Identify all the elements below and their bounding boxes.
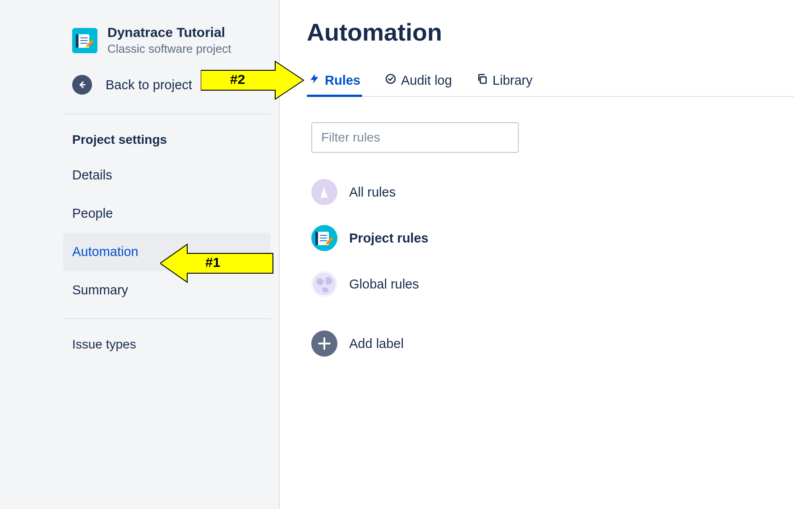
rule-group-list: All rules Project rules	[307, 169, 794, 367]
rule-group-all[interactable]: All rules	[311, 169, 794, 215]
globe-icon	[311, 271, 337, 297]
svg-rect-10	[315, 232, 318, 245]
project-header: Dynatrace Tutorial Classic software proj…	[0, 25, 279, 56]
rule-group-project[interactable]: Project rules	[311, 215, 794, 261]
copy-icon	[476, 73, 488, 88]
svg-rect-8	[480, 77, 486, 83]
tab-library[interactable]: Library	[475, 68, 535, 96]
tab-audit-log-label: Audit log	[401, 73, 452, 88]
add-label-button[interactable]: Add label	[311, 321, 794, 367]
back-to-project-link[interactable]: Back to project	[0, 56, 279, 114]
tab-audit-log[interactable]: Audit log	[383, 68, 454, 96]
sidebar-item-automation[interactable]: Automation	[63, 233, 271, 271]
rule-group-global-label: Global rules	[349, 277, 419, 292]
project-name: Dynatrace Tutorial	[107, 25, 231, 40]
tab-rules-label: Rules	[325, 73, 360, 88]
project-type: Classic software project	[107, 42, 231, 56]
rule-group-all-label: All rules	[349, 185, 396, 200]
project-settings-heading: Project settings	[0, 115, 279, 156]
check-circle-icon	[385, 73, 397, 88]
svg-rect-1	[76, 34, 78, 48]
atlassian-icon	[311, 179, 337, 205]
project-rules-icon	[311, 225, 337, 251]
back-label: Back to project	[106, 78, 192, 92]
tab-bar: Rules Audit log Library	[307, 68, 794, 97]
rule-group-project-label: Project rules	[349, 231, 429, 246]
filter-rules-input[interactable]	[321, 130, 509, 145]
tab-rules[interactable]: Rules	[307, 68, 362, 96]
issue-types-heading[interactable]: Issue types	[0, 319, 279, 361]
sidebar-item-people[interactable]: People	[0, 194, 279, 233]
sidebar-item-summary[interactable]: Summary	[0, 271, 279, 309]
project-meta: Dynatrace Tutorial Classic software proj…	[107, 25, 231, 56]
filter-rules-input-wrapper[interactable]	[311, 122, 519, 153]
page-title: Automation	[307, 18, 794, 46]
sidebar-item-details[interactable]: Details	[0, 156, 279, 194]
lightning-icon	[309, 73, 320, 88]
add-label-text: Add label	[349, 336, 404, 351]
back-arrow-icon	[72, 75, 92, 95]
rule-group-global[interactable]: Global rules	[311, 261, 794, 307]
plus-icon	[311, 330, 337, 357]
main-content: Automation Rules Audit log Library	[280, 0, 812, 509]
project-sidebar: Dynatrace Tutorial Classic software proj…	[0, 0, 280, 509]
project-avatar-icon	[72, 28, 97, 53]
tab-library-label: Library	[493, 73, 533, 88]
